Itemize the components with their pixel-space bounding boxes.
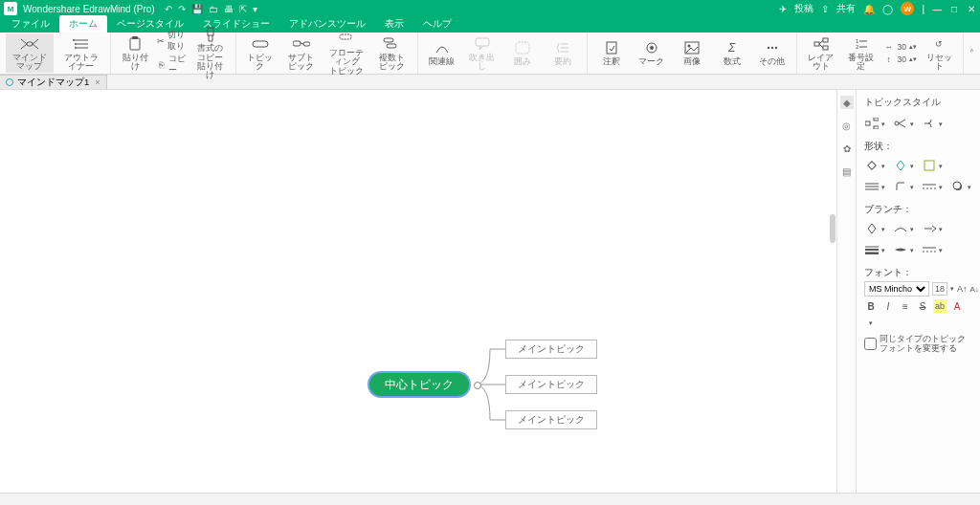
tab-view[interactable]: 表示 [375, 15, 413, 33]
share-button[interactable]: 共有 [836, 2, 856, 15]
rail-tag-icon[interactable]: ◎ [840, 119, 854, 132]
collapse-ribbon-icon[interactable]: ˄ [969, 48, 974, 58]
layout-style-3-icon[interactable]: ▾ [922, 117, 937, 130]
expand-collapse-icon[interactable] [474, 382, 481, 389]
svg-line-36 [819, 44, 823, 48]
multi-topic-button[interactable]: 複数トピック [372, 33, 411, 74]
shadow-icon[interactable]: ▾ [950, 180, 966, 193]
corner-icon[interactable]: ▾ [893, 180, 908, 193]
svg-rect-12 [132, 36, 138, 39]
canvas[interactable]: 中心トピック メイントピック メイントピック メイントピック [0, 90, 836, 493]
floating-topic-button[interactable]: フローティング トピック [324, 29, 368, 77]
tab-file[interactable]: ファイル [2, 15, 59, 33]
undo-icon[interactable]: ↶ [165, 4, 172, 14]
outliner-view-button[interactable]: アウトライナー [57, 33, 105, 74]
branch-end-icon[interactable]: ▾ [922, 222, 937, 235]
image-button[interactable]: 画像 [674, 37, 710, 68]
topic-icon [252, 35, 269, 53]
svg-rect-43 [865, 121, 870, 125]
font-decrease-icon[interactable]: A↓ [970, 285, 979, 294]
font-increase-icon[interactable]: A↑ [957, 284, 968, 294]
branch-weight-icon[interactable]: ▾ [864, 243, 880, 256]
sync-font-checkbox[interactable]: 同じタイプのトピックフォントを変更する [864, 334, 972, 353]
branch-taper-icon[interactable]: ▾ [893, 243, 908, 256]
note-button[interactable]: 注釈 [593, 37, 630, 68]
formula-button[interactable]: Σ数式 [714, 37, 750, 68]
layout-style-2-icon[interactable]: ▾ [893, 117, 908, 130]
main-topic-1[interactable]: メイントピック [505, 340, 597, 359]
subtopic-button[interactable]: サブトピック [282, 33, 321, 74]
rail-style-icon[interactable]: ◆ [840, 96, 854, 109]
tab-home[interactable]: ホーム [59, 15, 107, 33]
font-color-button[interactable]: A [950, 299, 964, 313]
font-size-input[interactable]: 18 [932, 282, 947, 296]
qat-more-icon[interactable]: ▾ [253, 4, 257, 14]
ribbon-group-insert: 注釈 マーク 画像 Σ数式 その他 [588, 33, 797, 74]
summary-button[interactable]: 要約 [545, 37, 581, 68]
width-v-icon: ↕ [883, 54, 895, 65]
font-family-select[interactable]: MS Mincho [864, 281, 929, 296]
mindmap-view-button[interactable]: マインドマップ [6, 33, 54, 74]
width-v-row[interactable]: ↕30▴▾ [883, 54, 917, 65]
fill-color-icon[interactable]: ▾ [893, 159, 908, 172]
help-icon[interactable]: ◯ [882, 4, 893, 14]
print-icon[interactable]: 🖶 [224, 4, 234, 14]
svg-rect-19 [384, 38, 393, 42]
main-topic-2[interactable]: メイントピック [505, 375, 597, 394]
send-icon[interactable]: ✈ [779, 4, 787, 14]
mindmap-icon [21, 35, 38, 53]
branch-dash-icon[interactable]: ▾ [922, 243, 937, 256]
workspace: 中心トピック メイントピック メイントピック メイントピック ◆ ◎ ✿ ▤ ト… [0, 90, 980, 493]
border-color-icon[interactable]: ▾ [922, 159, 937, 172]
topic-button[interactable]: トピック [242, 33, 278, 74]
dash-icon[interactable]: ▾ [922, 180, 937, 193]
avatar[interactable]: W [901, 2, 914, 15]
relation-icon [434, 39, 451, 56]
strike-button[interactable]: S [916, 299, 929, 313]
reset-button[interactable]: ↺リセット [921, 33, 957, 74]
wrap-button[interactable]: 囲み [504, 37, 541, 68]
italic-button[interactable]: I [881, 299, 895, 313]
tab-help[interactable]: ヘルプ [413, 15, 461, 33]
format-painter-button[interactable]: 書式のコピー 貼り付け [191, 24, 230, 81]
copy-button[interactable]: ⎘コピー [157, 54, 188, 77]
branch-curve-icon[interactable]: ▾ [893, 222, 908, 235]
layout-style-1-icon[interactable]: ▾ [864, 117, 880, 130]
doc-status-icon [6, 78, 13, 86]
scrollbar-thumb[interactable] [830, 214, 835, 243]
other-insert-button[interactable]: その他 [754, 37, 791, 68]
layout-button[interactable]: レイアウト [803, 33, 839, 74]
quick-access-toolbar: ↶ ↷ 💾 🗀 🖶 ⇱ ▾ [165, 4, 257, 14]
width-h-row[interactable]: ↔30▴▾ [883, 41, 917, 53]
callout-button[interactable]: 吹き出し [464, 33, 501, 74]
branch-color-icon[interactable]: ▾ [864, 222, 880, 235]
redo-icon[interactable]: ↷ [178, 4, 186, 14]
export-icon[interactable]: ⇱ [239, 4, 247, 14]
maximize-button[interactable]: □ [949, 4, 959, 14]
central-topic[interactable]: 中心トピック [368, 371, 471, 398]
numbering-button[interactable]: 12番号設定 [843, 33, 880, 74]
post-button[interactable]: 投稿 [794, 2, 813, 15]
rail-clip-icon[interactable]: ✿ [840, 142, 854, 155]
save-icon[interactable]: 💾 [191, 4, 203, 14]
svg-rect-34 [814, 42, 819, 46]
share-icon[interactable]: ⇪ [821, 4, 829, 14]
minimize-button[interactable]: — [932, 4, 942, 14]
mark-button[interactable]: マーク [634, 37, 670, 68]
close-tab-icon[interactable]: × [95, 77, 100, 87]
main-topic-3[interactable]: メイントピック [505, 410, 597, 429]
doc-tab[interactable]: マインドマップ1 × [0, 75, 107, 89]
highlight-button[interactable]: ab [933, 299, 947, 313]
open-icon[interactable]: 🗀 [209, 4, 218, 14]
close-button[interactable]: ✕ [967, 4, 976, 14]
paste-button[interactable]: 貼り付け [117, 33, 153, 74]
bold-button[interactable]: B [864, 299, 878, 313]
relation-button[interactable]: 関連線 [424, 37, 460, 68]
rail-outline-icon[interactable]: ▤ [840, 165, 854, 178]
bell-icon[interactable]: 🔔 [863, 4, 875, 14]
titlebar-actions: ✈ 投稿 ⇪ 共有 🔔 ◯ W | — □ ✕ [779, 2, 976, 15]
cut-button[interactable]: ✂切り取り [157, 30, 188, 53]
shape-diamond-icon[interactable]: ▾ [864, 159, 880, 172]
line-style-icon[interactable]: ▾ [864, 180, 880, 193]
align-button[interactable]: ≡ [899, 299, 912, 313]
